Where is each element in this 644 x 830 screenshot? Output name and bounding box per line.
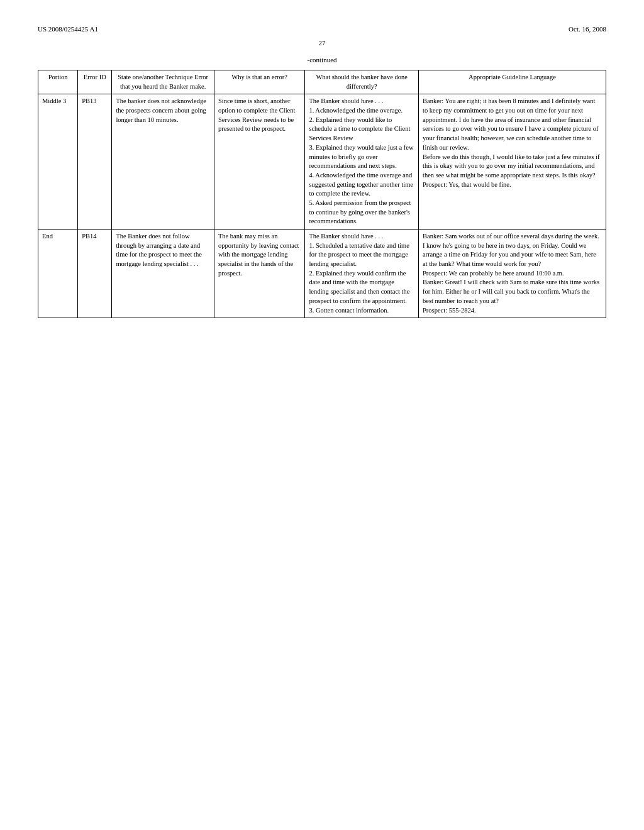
table-row: Middle 3PB13The banker does not acknowle… bbox=[38, 94, 606, 230]
continued-label: -continued bbox=[38, 56, 606, 64]
col-header-differently: What should the banker have done differe… bbox=[305, 70, 419, 94]
cell-technique: The banker does not acknowledge the pros… bbox=[112, 94, 214, 230]
page-header: US 2008/0254425 A1 Oct. 16, 2008 bbox=[38, 25, 606, 33]
col-header-portion: Portion bbox=[38, 70, 78, 94]
patent-number: US 2008/0254425 A1 bbox=[38, 25, 98, 33]
cell-error_id: PB14 bbox=[78, 230, 112, 318]
cell-guideline: Banker: You are right; it has been 8 min… bbox=[418, 94, 606, 230]
cell-guideline: Banker: Sam works out of our office seve… bbox=[418, 230, 606, 318]
col-header-why: Why is that an error? bbox=[214, 70, 304, 94]
cell-differently: The Banker should have . . .1. Acknowled… bbox=[305, 94, 419, 230]
page-number: 27 bbox=[38, 39, 606, 47]
cell-technique: The Banker does not follow through by ar… bbox=[112, 230, 214, 318]
table-header-row: Portion Error ID State one/another Techn… bbox=[38, 70, 606, 94]
cell-error_id: PB13 bbox=[78, 94, 112, 230]
patent-date: Oct. 16, 2008 bbox=[569, 25, 606, 33]
col-header-error-id: Error ID bbox=[78, 70, 112, 94]
col-header-guideline: Appropriate Guideline Language bbox=[418, 70, 606, 94]
cell-why: Since time is short, another option to c… bbox=[214, 94, 304, 230]
cell-portion: Middle 3 bbox=[38, 94, 78, 230]
cell-differently: The Banker should have . . .1. Scheduled… bbox=[305, 230, 419, 318]
main-table: Portion Error ID State one/another Techn… bbox=[38, 70, 606, 318]
cell-portion: End bbox=[38, 230, 78, 318]
cell-why: The bank may miss an opportunity by leav… bbox=[214, 230, 304, 318]
table-row: EndPB14The Banker does not follow throug… bbox=[38, 230, 606, 318]
col-header-technique: State one/another Technique Error that y… bbox=[112, 70, 214, 94]
